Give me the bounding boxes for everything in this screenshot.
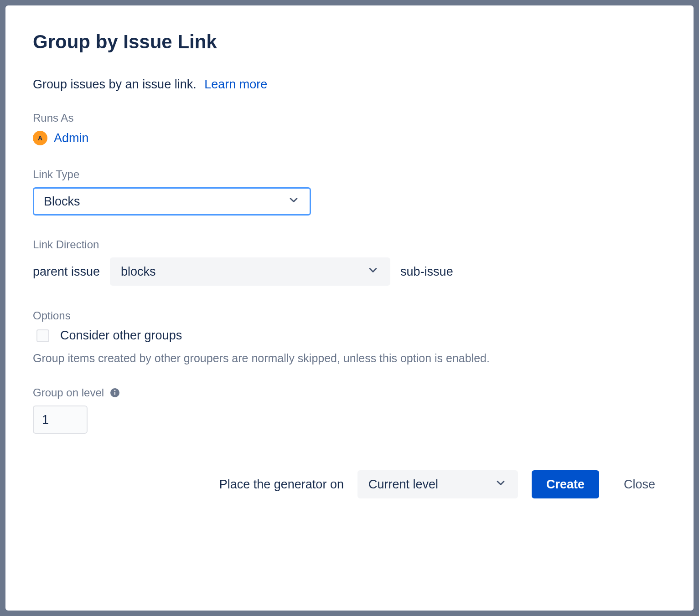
close-button[interactable]: Close [613,470,666,498]
group-on-level-label: Group on level [33,386,104,399]
consider-other-groups-label: Consider other groups [60,329,182,343]
svg-point-2 [114,390,116,391]
runs-as-row: A Admin [33,131,666,145]
info-icon[interactable] [109,387,120,398]
group-by-issue-link-dialog: Group by Issue Link Group issues by an i… [5,5,694,611]
link-direction-row: parent issue blocks sub-issue [33,257,666,286]
link-type-value: Blocks [44,195,80,209]
group-on-level-label-row: Group on level [33,386,666,399]
dialog-title: Group by Issue Link [33,31,666,53]
chevron-down-icon [494,477,507,493]
link-direction-label: Link Direction [33,238,666,251]
runs-as-label: Runs As [33,112,666,124]
options-help-text: Group items created by other groupers ar… [33,350,666,366]
dialog-subtitle: Group issues by an issue link. [33,77,197,91]
link-direction-value: blocks [121,265,156,279]
dialog-footer: Place the generator on Current level Cre… [33,470,666,498]
link-direction-select[interactable]: blocks [110,257,390,286]
link-type-select[interactable]: Blocks [33,187,311,216]
create-button[interactable]: Create [532,470,599,498]
runs-as-user-link[interactable]: Admin [54,131,89,145]
link-type-label: Link Type [33,168,666,181]
learn-more-link[interactable]: Learn more [204,77,267,91]
link-direction-group: Link Direction parent issue blocks sub-i… [33,238,666,286]
options-group: Options Consider other groups Group item… [33,309,666,366]
consider-other-groups-row: Consider other groups [33,329,666,343]
group-on-level-group: Group on level [33,386,666,434]
link-direction-right-text: sub-issue [400,265,453,279]
placement-label: Place the generator on [219,477,344,492]
placement-value: Current level [368,477,438,492]
link-direction-left-text: parent issue [33,265,100,279]
consider-other-groups-checkbox[interactable] [36,329,49,342]
svg-rect-1 [114,392,115,395]
chevron-down-icon [367,264,379,280]
options-label: Options [33,309,666,322]
placement-select[interactable]: Current level [357,470,518,498]
group-on-level-input[interactable] [33,406,88,434]
avatar[interactable]: A [33,131,47,145]
chevron-down-icon [287,194,300,210]
dialog-subtitle-row: Group issues by an issue link. Learn mor… [33,77,666,92]
